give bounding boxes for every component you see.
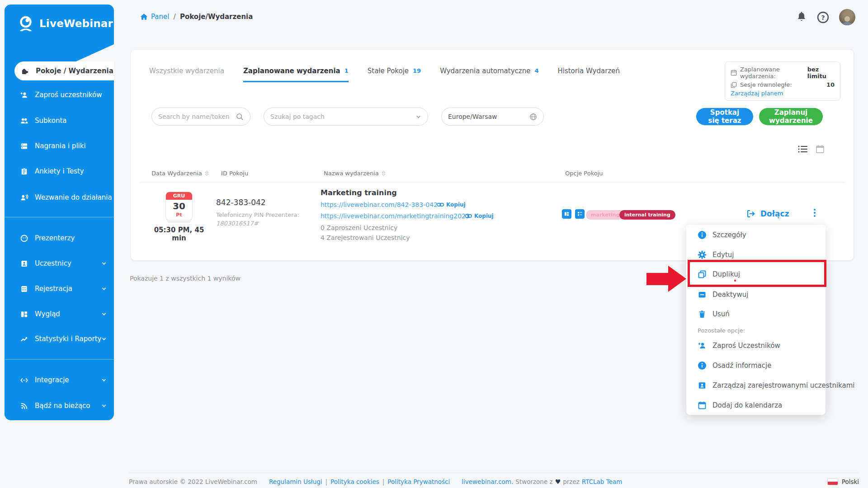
- brand-logo[interactable]: LiveWebinar: [16, 15, 113, 32]
- sidebar-item-presenters[interactable]: Prezenterzy: [5, 229, 114, 247]
- tag-internal-training: internal training: [619, 210, 675, 220]
- language-label: Polski: [842, 478, 859, 485]
- menu-item-label: Edytuj: [712, 251, 734, 259]
- footer-credits: livewebinar.com. Stworzone z ♥ przez RTC…: [462, 478, 622, 485]
- copy-link-button[interactable]: Kopiuj: [465, 213, 494, 219]
- language-selector[interactable]: Polski: [827, 478, 859, 485]
- plan-row-scheduled: Zaplanowane wydarzenia: bez limitu: [731, 66, 835, 80]
- menu-item-invite-participants[interactable]: Zaproś Uczestników: [698, 341, 780, 350]
- event-date-day: 30: [166, 200, 192, 211]
- user-avatar[interactable]: [839, 9, 855, 25]
- id-card-icon: [698, 381, 707, 390]
- meet-now-button[interactable]: Spotkaj się teraz: [696, 108, 753, 125]
- chevron-down-icon: [415, 114, 421, 120]
- link-icon: [465, 214, 472, 218]
- tab-label: Stałe Pokoje: [368, 67, 409, 75]
- tab-event-history[interactable]: Historia Wydarzeń: [557, 67, 620, 81]
- tab-count-badge: 4: [534, 67, 538, 75]
- gear-icon: [698, 250, 707, 259]
- menu-item-delete[interactable]: Usuń: [698, 310, 730, 319]
- copy-link-button[interactable]: Kopiuj: [437, 202, 466, 208]
- row-more-options-kebab[interactable]: [811, 209, 818, 217]
- site-link[interactable]: livewebinar.com.: [462, 478, 513, 485]
- menu-item-label: Duplikuj: [712, 270, 740, 278]
- room-layout-option-icon[interactable]: [562, 209, 571, 219]
- menu-item-manage-registered[interactable]: Zarządzaj zarejestrowanymi uczestnikami: [698, 381, 854, 390]
- sidebar-item-rooms-events[interactable]: Pokoje / Wydarzenia: [14, 61, 114, 80]
- room-registration-option-icon[interactable]: [575, 209, 585, 219]
- made-by-text: przez: [563, 478, 580, 485]
- notifications-bell-icon[interactable]: [796, 11, 807, 23]
- calendar-view-icon[interactable]: [816, 145, 825, 154]
- subaccounts-icon: [20, 117, 28, 125]
- tab-scheduled-events[interactable]: Zaplanowane wydarzenia 1: [243, 67, 349, 82]
- chevron-down-icon: [101, 286, 107, 291]
- menu-item-edit[interactable]: Edytuj: [698, 250, 734, 259]
- column-header-event-name[interactable]: Nazwa wydarzenia: [324, 170, 386, 177]
- sort-icon[interactable]: [382, 170, 386, 176]
- presenter-pin-value: 1803016517#: [216, 220, 259, 227]
- sidebar-item-surveys[interactable]: Ankiety i Testy: [5, 162, 114, 180]
- statistics-icon: [20, 335, 28, 343]
- plan-row-label: Zaplanowane wydarzenia:: [740, 66, 804, 80]
- tags-select[interactable]: [264, 108, 428, 126]
- menu-item-details[interactable]: Szczegóły: [698, 230, 746, 239]
- invite-participants-icon: [20, 91, 28, 99]
- menu-item-deactivate[interactable]: Deaktywuj: [698, 290, 748, 299]
- tag-marketing: marketing: [586, 210, 625, 220]
- sidebar-item-label: Bądź na bieżąco: [35, 402, 90, 410]
- surveys-icon: [20, 167, 28, 176]
- sidebar-item-stay-updated[interactable]: Bądź na bieżąco: [5, 397, 114, 415]
- menu-item-embed-info[interactable]: Osadź informacje: [698, 361, 771, 370]
- topbar-actions: ?: [796, 9, 855, 25]
- breadcrumb-home-label: Panel: [151, 13, 169, 21]
- breadcrumb-home-link[interactable]: Panel: [140, 13, 169, 21]
- timezone-input[interactable]: [448, 113, 529, 120]
- menu-item-duplicate[interactable]: Duplikuj: [698, 270, 740, 279]
- join-button[interactable]: Dołącz: [746, 209, 789, 219]
- manage-plan-link[interactable]: Zarządzaj planem: [731, 90, 783, 97]
- column-header-label: Data Wydarzenia: [151, 170, 202, 177]
- rss-icon: [20, 402, 28, 410]
- sidebar-item-label: Statystyki i Raporty: [35, 335, 101, 343]
- column-header-room-id[interactable]: ID Pokoju: [221, 170, 248, 177]
- help-icon[interactable]: ?: [817, 11, 829, 23]
- tab-automated-events[interactable]: Wydarzenia automatyczne 4: [440, 67, 538, 81]
- sidebar-item-integrations[interactable]: Integracje: [5, 371, 114, 389]
- join-label: Dołącz: [760, 209, 789, 218]
- sidebar-divider: [5, 217, 114, 217]
- menu-item-label: Szczegóły: [712, 231, 746, 239]
- search-input[interactable]: [158, 113, 236, 120]
- schedule-event-button[interactable]: Zaplanuj wydarzenie: [759, 108, 823, 125]
- search-icon[interactable]: [236, 113, 244, 121]
- menu-item-add-to-calendar[interactable]: Dodaj do kalendarza: [698, 401, 782, 410]
- team-link[interactable]: RTCLab Team: [582, 478, 623, 485]
- footer-links: Regulamin Usługi | Polityka cookies | Po…: [269, 478, 450, 485]
- sidebar-item-invite-participants[interactable]: Zaproś uczestników: [5, 86, 114, 104]
- privacy-link[interactable]: Polityka Prywatności: [387, 478, 450, 485]
- footer-separator: |: [382, 478, 385, 485]
- tags-select-input[interactable]: [270, 113, 415, 120]
- sidebar-item-call-to-action[interactable]: Wezwanie do działania: [5, 188, 114, 206]
- tab-all-events[interactable]: Wszystkie wydarzenia: [149, 67, 224, 81]
- sidebar-item-subaccounts[interactable]: Subkonta: [5, 112, 114, 130]
- sidebar-item-recordings[interactable]: Nagrania i pliki: [5, 137, 114, 155]
- list-view-icon[interactable]: [798, 145, 808, 153]
- timezone-select[interactable]: [441, 108, 544, 126]
- search-input-wrap: [151, 108, 250, 126]
- sidebar-item-appearance[interactable]: Wygląd: [5, 305, 114, 323]
- column-header-date[interactable]: Data Wydarzenia: [151, 170, 209, 177]
- plan-row-value: bez limitu: [807, 66, 835, 80]
- event-vanity-link[interactable]: https://livewebinar.com/marketingtrainin…: [321, 212, 470, 220]
- sort-icon[interactable]: [205, 170, 209, 176]
- info-icon: [698, 361, 707, 370]
- tab-permanent-rooms[interactable]: Stałe Pokoje 19: [368, 67, 421, 81]
- heart-icon: ♥: [555, 478, 561, 485]
- cookies-link[interactable]: Polityka cookies: [330, 478, 379, 485]
- sidebar-item-participants[interactable]: Uczestnicy: [5, 254, 114, 272]
- event-room-link[interactable]: https://livewebinar.com/842-383-042: [321, 201, 438, 208]
- sidebar-item-registration[interactable]: Rejestracja: [5, 280, 114, 298]
- terms-link[interactable]: Regulamin Usługi: [269, 478, 322, 485]
- sidebar-item-statistics[interactable]: Statystyki i Raporty: [5, 330, 114, 348]
- room-id: 842-383-042: [216, 198, 266, 207]
